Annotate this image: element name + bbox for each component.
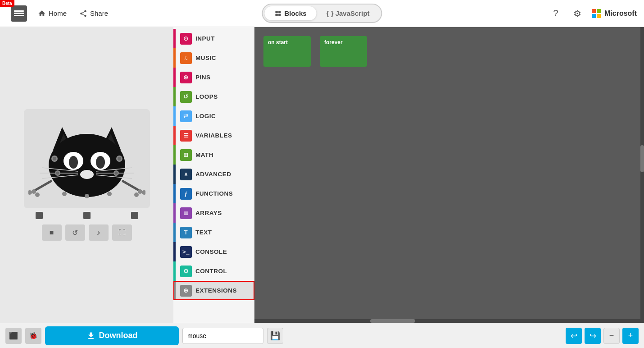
help-button[interactable]: ? <box>549 6 563 21</box>
bottom-right: 💾 ↩ ↪ − + <box>182 328 639 344</box>
toolbox-item-control[interactable]: ⚙CONTROL <box>173 261 254 281</box>
toolbox-label-pins: PINS <box>195 74 211 81</box>
cat-mascot <box>28 114 145 204</box>
toolbox-item-loops[interactable]: ↺LOOPS <box>173 87 254 106</box>
redo-button[interactable]: ↪ <box>585 328 601 344</box>
forever-block[interactable]: forever <box>320 36 367 67</box>
beta-badge: Beta <box>0 0 14 7</box>
svg-point-41 <box>107 192 112 196</box>
toolbox-label-variables: VARIABLES <box>195 132 232 139</box>
home-label: Home <box>49 9 67 17</box>
toolbox-label-console: CONSOLE <box>195 248 227 255</box>
scrollbar-h-thumb <box>370 319 415 323</box>
simulator-panel: ■ ↺ ♪ ⛶ <box>0 27 173 323</box>
mode-tabs: Blocks { } JavaScript <box>262 4 382 23</box>
workspace-scrollbar-h[interactable] <box>254 319 640 323</box>
blocks-icon <box>274 10 281 17</box>
share-label: Share <box>90 9 108 17</box>
download-label: Download <box>99 331 138 340</box>
toolbox-label-arrays: ARRAYS <box>195 210 222 216</box>
on-start-label: on start <box>268 39 288 46</box>
workspace-action-buttons: ↩ ↪ − + <box>566 328 639 344</box>
toolbox-icon-variables: ☰ <box>180 130 192 142</box>
on-start-block[interactable]: on start <box>263 36 311 67</box>
svg-point-37 <box>142 190 145 195</box>
usb-icon-button[interactable]: ⬛ <box>5 328 22 344</box>
toolbox-item-text[interactable]: TTEXT <box>173 223 254 242</box>
sound-button[interactable]: ♪ <box>89 224 109 241</box>
share-nav-item[interactable]: Share <box>74 7 113 20</box>
svg-line-35 <box>123 181 139 190</box>
toolbox-label-advanced: ADVANCED <box>195 171 231 178</box>
toolbox-item-pins[interactable]: ⊛PINS <box>173 68 254 87</box>
toolbox-icon-math: ⊞ <box>180 149 192 161</box>
blocks-workspace[interactable]: on start forever <box>254 27 644 323</box>
toolbox-item-music[interactable]: ♫MUSIC <box>173 48 254 68</box>
bug-icon-button[interactable]: 🐞 <box>25 328 41 344</box>
app-logo <box>11 5 27 22</box>
bottom-toolbar: ⬛ 🐞 Download 💾 ↩ ↪ − + <box>0 323 644 348</box>
svg-point-15 <box>96 156 105 169</box>
toolbox-item-advanced[interactable]: ∧ADVANCED <box>173 165 254 184</box>
save-button[interactable]: 💾 <box>267 328 283 344</box>
forever-header: forever <box>320 36 367 49</box>
toolbox-label-loops: LOOPS <box>195 93 218 100</box>
sim-indicator-dots <box>36 212 138 219</box>
toolbox-item-console[interactable]: >_CONSOLE <box>173 242 254 261</box>
svg-point-36 <box>138 189 142 194</box>
svg-point-16 <box>80 170 94 179</box>
toolbox-item-variables[interactable]: ☰VARIABLES <box>173 126 254 145</box>
blocks-tab-label: Blocks <box>284 9 306 17</box>
toolbox-icon-advanced: ∧ <box>180 169 192 180</box>
header-nav: Home Share <box>32 7 113 20</box>
scrollbar-v-thumb <box>640 145 644 172</box>
toolbox-item-input[interactable]: ⊙INPUT <box>173 29 254 48</box>
restart-button[interactable]: ↺ <box>65 224 85 241</box>
header: Beta Home Share Blocks { } JavaScript ? … <box>0 0 644 27</box>
home-nav-item[interactable]: Home <box>32 7 72 20</box>
toolbox-item-logic[interactable]: ⇄LOGIC <box>173 106 254 126</box>
workspace-scrollbar-v[interactable] <box>640 27 644 323</box>
svg-point-14 <box>69 156 78 169</box>
svg-point-32 <box>32 189 36 194</box>
ms-yellow <box>597 14 601 18</box>
toolbox-item-math[interactable]: ⊞MATH <box>173 145 254 165</box>
svg-rect-6 <box>278 14 281 16</box>
bottom-left: ⬛ 🐞 Download <box>5 326 179 345</box>
ms-green <box>597 9 601 13</box>
toolbox-label-text: TEXT <box>195 229 212 236</box>
download-button[interactable]: Download <box>45 326 179 345</box>
share-icon <box>79 9 87 18</box>
javascript-tab[interactable]: { } JavaScript <box>317 6 380 20</box>
svg-point-38 <box>134 192 139 197</box>
undo-button[interactable]: ↩ <box>566 328 582 344</box>
main-area: ■ ↺ ♪ ⛶ ⊙INPUT♫MUSIC⊛PINS↺LOOPS⇄LOGIC☰VA… <box>0 27 644 323</box>
toolbox-item-extensions[interactable]: ⊕EXTENSIONS <box>173 281 254 300</box>
svg-rect-0 <box>14 10 24 12</box>
settings-button[interactable]: ⚙ <box>570 6 585 21</box>
toolbox-label-music: MUSIC <box>195 55 216 61</box>
toolbox-item-functions[interactable]: ƒFUNCTIONS <box>173 184 254 203</box>
zoom-out-button[interactable]: − <box>603 328 620 344</box>
svg-point-11 <box>49 134 125 197</box>
svg-point-40 <box>85 194 89 198</box>
toolbox-item-arrays[interactable]: ≣ARRAYS <box>173 203 254 223</box>
search-input[interactable] <box>182 328 263 344</box>
ms-red <box>592 9 596 13</box>
zoom-in-button[interactable]: + <box>622 328 639 344</box>
blocks-tab[interactable]: Blocks <box>264 6 316 20</box>
stop-button[interactable]: ■ <box>42 224 62 241</box>
svg-point-33 <box>28 190 32 195</box>
toolbox-icon-loops: ↺ <box>180 91 192 103</box>
microsoft-label: Microsoft <box>604 9 637 18</box>
toolbox-label-control: CONTROL <box>195 268 227 275</box>
sim-dot-3 <box>131 212 138 219</box>
svg-point-39 <box>62 192 67 196</box>
javascript-tab-label: { } JavaScript <box>327 9 370 17</box>
block-container: on start forever <box>263 36 367 67</box>
forever-body <box>320 49 367 67</box>
toolbox-icon-arrays: ≣ <box>180 207 192 219</box>
svg-line-31 <box>35 181 51 190</box>
fullscreen-button[interactable]: ⛶ <box>112 224 132 241</box>
svg-point-28 <box>56 172 59 175</box>
